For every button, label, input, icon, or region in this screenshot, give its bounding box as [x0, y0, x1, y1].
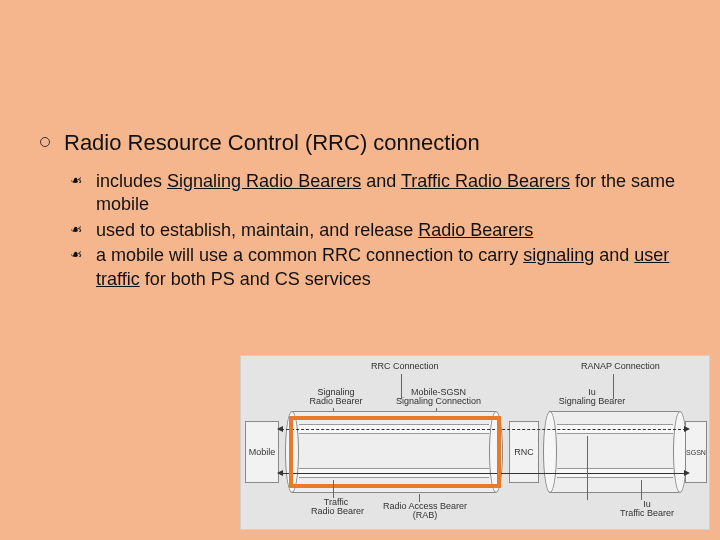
label-msgs: Mobile-SGSN Signaling Connection — [391, 388, 486, 407]
main-title: Radio Resource Control (RRC) connection — [64, 130, 480, 156]
slide-content: Radio Resource Control (RRC) connection … — [0, 0, 720, 291]
block-mobile: Mobile — [245, 421, 279, 483]
arrowhead-left-icon — [277, 426, 283, 432]
sub-item-3: ☙ a mobile will use a common RRC connect… — [70, 244, 680, 291]
leader-line — [587, 436, 588, 500]
cylinder-end — [543, 411, 557, 493]
leader-line — [641, 480, 642, 500]
sub-list: ☙ includes Signaling Radio Bearers and T… — [40, 166, 680, 291]
sub-text-1: includes Signaling Radio Bearers and Tra… — [96, 170, 680, 217]
script-bullet-icon: ☙ — [70, 221, 90, 239]
label-trb: Traffic Radio Bearer — [311, 498, 361, 517]
sub-item-1: ☙ includes Signaling Radio Bearers and T… — [70, 170, 680, 217]
highlight-box — [289, 416, 501, 488]
rrc-diagram: RRC Connection RANAP Connection Signalin… — [240, 355, 710, 530]
arrowhead-left-icon — [277, 470, 283, 476]
script-bullet-icon: ☙ — [70, 172, 90, 190]
label-ranap-connection: RANAP Connection — [581, 362, 660, 371]
label-iu-traffic: Iu Traffic Bearer — [617, 500, 677, 519]
label-rab: Radio Access Bearer (RAB) — [375, 502, 475, 521]
arrowhead-right-icon — [684, 470, 690, 476]
label-srb: Signaling Radio Bearer — [306, 388, 366, 407]
sub-item-2: ☙ used to establish, maintain, and relea… — [70, 219, 680, 242]
sub-text-2: used to establish, maintain, and release… — [96, 219, 680, 242]
arrowhead-right-icon — [684, 426, 690, 432]
label-iu-sig: Iu Signaling Bearer — [557, 388, 627, 407]
script-bullet-icon: ☙ — [70, 246, 90, 264]
open-circle-bullet-icon — [40, 137, 50, 147]
label-rrc-connection: RRC Connection — [371, 362, 439, 371]
main-bullet: Radio Resource Control (RRC) connection — [40, 130, 680, 156]
leader-line — [333, 480, 334, 498]
sub-text-3: a mobile will use a common RRC connectio… — [96, 244, 680, 291]
